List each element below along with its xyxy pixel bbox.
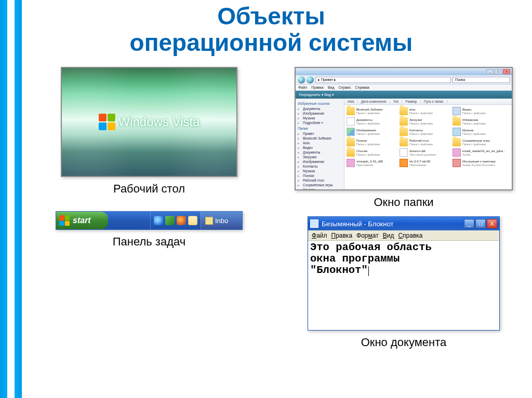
- explorer-toolbar: Упорядочить ▾ Вид ▾: [296, 91, 512, 99]
- sidebar-item[interactable]: Документы: [298, 106, 342, 111]
- sidebar-item[interactable]: Музыка: [298, 116, 342, 120]
- file-item[interactable]: install_reader10_en_air_gtba...Adobe: [452, 148, 504, 157]
- vista-desktop: Windows Vista: [61, 67, 237, 177]
- folder-icon: [453, 117, 461, 126]
- sidebar-folder-item[interactable]: Загрузки: [298, 155, 342, 159]
- close-button[interactable]: ×: [503, 69, 510, 74]
- start-label: start: [73, 216, 91, 225]
- start-button[interactable]: start: [56, 212, 108, 229]
- minimize-button[interactable]: _: [486, 69, 494, 74]
- menu-file[interactable]: Файл: [298, 86, 307, 89]
- file-item[interactable]: Инструкция к принтеруAdobe Acrobat Docum…: [452, 158, 504, 168]
- file-item[interactable]: КонтактыПапка с файлами: [399, 127, 451, 136]
- file-item[interactable]: МузыкаПапка с файлами: [452, 127, 504, 136]
- mail-envelope-icon: [205, 217, 213, 225]
- cell-desktop: Windows Vista Рабочий стол start: [35, 67, 263, 349]
- caption-taskbar: Панель задач: [113, 235, 186, 249]
- mail-icon[interactable]: [188, 216, 197, 225]
- nav-back-icon[interactable]: [298, 76, 305, 84]
- sidebar-folder-item[interactable]: Поиски: [298, 173, 342, 178]
- taskbar-task[interactable]: Inbo: [201, 212, 242, 229]
- sidebar-folder-item[interactable]: Ссылки: [298, 187, 342, 189]
- folder-icon: [400, 138, 408, 146]
- file-item[interactable]: ЗагрузкиПапка с файлами: [399, 117, 451, 126]
- minimize-button[interactable]: _: [464, 219, 474, 228]
- doc-icon: [347, 117, 355, 126]
- vid-icon: [453, 107, 461, 115]
- menu-tools[interactable]: Сервис: [339, 86, 351, 89]
- menu-edit[interactable]: Правка: [311, 86, 324, 89]
- notepad-titlebar: Безымянный - Блокнот _ □ X: [308, 217, 499, 230]
- sidebar-folder-item[interactable]: Рабочий стол: [298, 178, 342, 183]
- file-item[interactable]: Сохранённые игрыПапка с файлами: [452, 138, 504, 147]
- np-menu-edit[interactable]: Правка: [330, 232, 354, 239]
- windows-logo-icon: [99, 114, 115, 130]
- folder-icon: [400, 128, 408, 136]
- folder-icon: [347, 107, 355, 115]
- file-item[interactable]: ПоискиПапка с файлами: [346, 138, 398, 147]
- sidebar-folder-item[interactable]: Видео: [298, 145, 342, 150]
- np-menu-view[interactable]: Вид: [381, 232, 396, 239]
- taskbar-wrap: start Inbo: [56, 211, 243, 230]
- np-menu-format[interactable]: Формат: [355, 232, 380, 239]
- np-menu-file[interactable]: Файл: [310, 232, 329, 239]
- file-item[interactable]: Bluetooth SoftwareПапка с файлами: [346, 106, 398, 116]
- file-item[interactable]: vlc-2.0.7-win32Приложение: [399, 158, 451, 168]
- sidebar-folder-item[interactable]: Музыка: [298, 169, 342, 173]
- sidebar-folder-item[interactable]: Привет: [298, 131, 342, 136]
- notepad-icon: [310, 219, 318, 228]
- sidebar-folder-item[interactable]: Bluetooth Software: [298, 136, 342, 141]
- ie-icon[interactable]: [154, 216, 163, 225]
- mus-icon: [453, 128, 461, 136]
- sidebar-header-fav: Избранные ссылки: [298, 102, 342, 105]
- notepad-menubar: Файл Правка Формат Вид Справка: [308, 230, 499, 241]
- file-item[interactable]: ИзображенияПапка с файлами: [346, 127, 398, 136]
- notepad-textarea[interactable]: Это рабочая область окна программы "Блок…: [308, 241, 499, 330]
- vlc-icon: [400, 159, 408, 167]
- file-item[interactable]: СсылкиПапка с файлами: [346, 148, 398, 157]
- explorer-main: Имя Дата изменения Тип Размер Путь к пап…: [344, 99, 512, 189]
- antivirus-icon[interactable]: [165, 216, 175, 225]
- exe-icon: [453, 148, 461, 157]
- file-item[interactable]: ДокументыПапка с файлами: [346, 117, 398, 126]
- vista-text: Windows Vista: [118, 115, 200, 129]
- close-button[interactable]: X: [487, 219, 497, 228]
- maximize-button[interactable]: □: [475, 219, 486, 228]
- task-label: Inbo: [215, 217, 228, 225]
- menu-help[interactable]: Справка: [355, 86, 369, 89]
- explorer-columns: Имя Дата изменения Тип Размер Путь к пап…: [344, 99, 512, 105]
- folder-icon: [347, 148, 355, 157]
- file-item[interactable]: Autorun.datТекстовый документ: [399, 148, 451, 157]
- file-item[interactable]: ВидеоПапка с файлами: [452, 106, 504, 116]
- nav-fwd-icon[interactable]: [307, 76, 314, 84]
- sidebar-item[interactable]: Подробнее »: [298, 120, 342, 125]
- sidebar-folder-item[interactable]: Документы: [298, 150, 342, 155]
- quick-launch: [150, 212, 201, 229]
- sidebar-folder-item[interactable]: Сохранённые игры: [298, 183, 342, 187]
- sidebar-header-folders: Папки: [298, 127, 342, 130]
- window-buttons: _ □ X: [464, 219, 497, 228]
- slide-accent-bar: [0, 0, 22, 398]
- maximize-button[interactable]: □: [495, 69, 502, 74]
- file-item[interactable]: ИзбранноеПапка с файлами: [452, 117, 504, 126]
- firefox-icon[interactable]: [177, 216, 186, 225]
- sidebar-folder-item[interactable]: Контакты: [298, 164, 342, 169]
- content-grid: Windows Vista Рабочий стол start: [0, 67, 532, 349]
- folder-icon: [400, 107, 408, 115]
- explorer-files: Bluetooth SoftwareПапка с файламиautoПап…: [344, 105, 512, 189]
- explorer-sidebar: Избранные ссылки ДокументыИзображенияМуз…: [296, 99, 344, 189]
- sidebar-folder-item[interactable]: Изображения: [298, 159, 342, 164]
- slide-title: Объекты операционной системы: [0, 0, 532, 61]
- pic-icon: [347, 128, 355, 136]
- search-field[interactable]: Поиск: [453, 77, 510, 83]
- sidebar-item[interactable]: Изображения: [298, 111, 342, 116]
- file-item[interactable]: autoПапка с файлами: [399, 106, 451, 116]
- explorer-addressbar: ▸ Привет ▸ Поиск: [296, 75, 512, 85]
- menu-view[interactable]: Вид: [328, 86, 335, 89]
- cell-folder: _ □ × ▸ Привет ▸ Поиск Файл Правка Вид С…: [289, 67, 518, 349]
- sidebar-folder-item[interactable]: Auto: [298, 141, 342, 145]
- np-menu-help[interactable]: Справка: [396, 232, 424, 239]
- address-path[interactable]: ▸ Привет ▸: [315, 77, 451, 83]
- file-item[interactable]: strongdc_2.42_x86Приложение: [346, 158, 398, 168]
- file-item[interactable]: Рабочий столПапка с файлами: [399, 138, 451, 147]
